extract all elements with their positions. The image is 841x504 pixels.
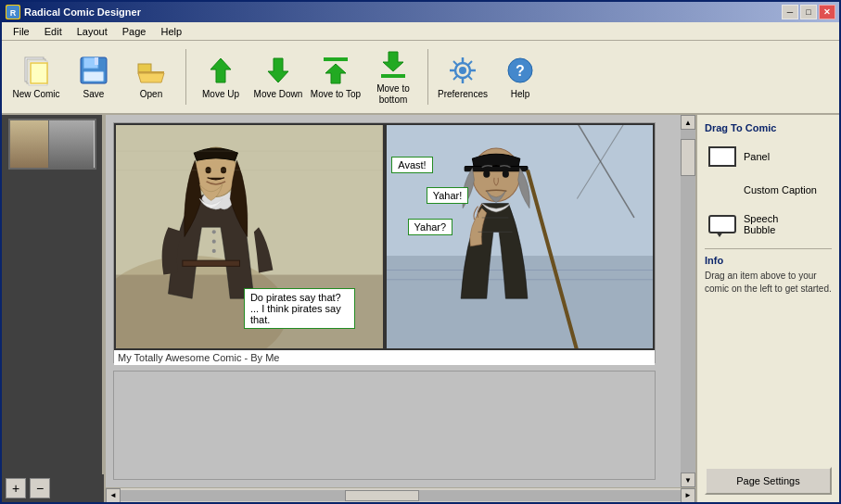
window-controls: ─ □ ✕ xyxy=(782,5,835,19)
toolbar-sep-1 xyxy=(185,49,186,105)
panel-drag-label: Panel xyxy=(744,151,770,162)
scroll-track-vertical[interactable] xyxy=(681,130,695,472)
scroll-right-button[interactable]: ► xyxy=(681,488,695,503)
move-up-label: Move Up xyxy=(202,89,239,100)
canvas-inner[interactable]: Avast! Yahar! Yahar? xyxy=(106,115,681,487)
info-text: Drag an item above to your comic on the … xyxy=(705,270,832,296)
move-up-icon xyxy=(204,54,237,87)
app-window: R Radical Comic Designer ─ □ ✕ File Edit… xyxy=(0,0,841,504)
drag-section-title: Drag To Comic xyxy=(705,122,832,133)
svg-point-20 xyxy=(459,67,466,74)
caption-drag-icon xyxy=(708,183,736,196)
drag-item-caption[interactable]: Custom Caption xyxy=(705,180,832,200)
open-icon xyxy=(134,54,168,87)
toolbar: New Comic Save xyxy=(2,41,839,115)
move-to-top-button[interactable]: Move to Top xyxy=(309,44,363,109)
menu-file[interactable]: File xyxy=(6,24,37,39)
open-label: Open xyxy=(140,89,162,100)
scroll-left-button[interactable]: ◄ xyxy=(106,488,121,503)
comic-panels-row: Avast! Yahar! Yahar? xyxy=(114,123,655,350)
speech-bubble-drag-label: SpeechBubble xyxy=(744,213,778,235)
sidebar-controls: + − xyxy=(2,474,104,502)
svg-rect-40 xyxy=(183,260,240,266)
svg-rect-50 xyxy=(465,167,528,171)
svg-line-26 xyxy=(468,76,472,80)
scroll-up-button[interactable]: ▲ xyxy=(681,115,695,130)
close-button[interactable]: ✕ xyxy=(819,5,835,19)
svg-text:R: R xyxy=(10,8,17,18)
drag-item-panel[interactable]: Panel xyxy=(705,143,832,170)
svg-marker-16 xyxy=(325,64,346,83)
new-comic-label: New Comic xyxy=(12,89,59,100)
canvas-wrapper: Avast! Yahar! Yahar? xyxy=(106,115,695,502)
move-up-button[interactable]: Move Up xyxy=(194,44,248,109)
add-page-button[interactable]: + xyxy=(6,478,26,498)
svg-marker-13 xyxy=(210,58,231,82)
preferences-button[interactable]: Preferences xyxy=(436,44,490,109)
svg-rect-9 xyxy=(83,71,104,82)
main-area: + − xyxy=(2,115,839,502)
speech-bubble-2: Yahar! xyxy=(427,187,469,204)
svg-rect-12 xyxy=(138,71,164,73)
caption-bubble-4: Do pirates say that? ... I think pirates… xyxy=(244,288,355,329)
svg-rect-8 xyxy=(95,57,98,65)
svg-marker-14 xyxy=(268,58,288,82)
move-down-button[interactable]: Move Down xyxy=(251,44,305,109)
maximize-button[interactable]: □ xyxy=(800,5,817,19)
toolbar-sep-2 xyxy=(427,49,428,105)
save-button[interactable]: Save xyxy=(67,44,121,109)
page-settings-button[interactable]: Page Settings xyxy=(705,467,832,495)
preferences-label: Preferences xyxy=(438,89,488,100)
new-comic-button[interactable]: New Comic xyxy=(9,44,63,109)
menu-layout[interactable]: Layout xyxy=(70,24,115,39)
open-button[interactable]: Open xyxy=(124,44,178,109)
svg-point-52 xyxy=(502,170,508,178)
right-panel: Drag To Comic Panel Custom Caption Speec… xyxy=(695,115,839,502)
help-button[interactable]: ? Help xyxy=(493,44,547,109)
comic-page-1: Avast! Yahar! Yahar? xyxy=(113,122,656,363)
new-comic-icon xyxy=(19,54,53,87)
info-title: Info xyxy=(705,255,832,266)
menu-edit[interactable]: Edit xyxy=(37,24,70,39)
menu-page[interactable]: Page xyxy=(115,24,154,39)
move-to-bottom-icon xyxy=(376,48,410,82)
move-down-icon xyxy=(261,54,295,87)
save-icon xyxy=(77,54,110,87)
preferences-icon xyxy=(446,54,479,87)
canvas-scroll-area: Avast! Yahar! Yahar? xyxy=(106,115,695,487)
help-icon: ? xyxy=(503,54,537,87)
svg-point-39 xyxy=(212,249,216,253)
minimize-button[interactable]: ─ xyxy=(782,5,798,19)
info-section: Info Drag an item above to your comic on… xyxy=(705,248,832,296)
horizontal-scrollbar: ◄ ► xyxy=(106,487,695,502)
move-to-bottom-label: Move to bottom xyxy=(367,83,419,106)
svg-point-38 xyxy=(212,240,216,244)
page-thumbnail-strip xyxy=(2,115,104,474)
vertical-scrollbar: ▲ ▼ xyxy=(681,115,695,487)
scroll-thumb-vertical[interactable] xyxy=(681,139,695,176)
window-title: Radical Comic Designer xyxy=(24,6,782,18)
speech-bubble-1: Avast! xyxy=(391,157,432,173)
help-label: Help xyxy=(511,89,530,100)
scroll-down-button[interactable]: ▼ xyxy=(681,472,695,487)
comic-page-2-blank xyxy=(113,371,656,480)
speech-bubble-drag-icon xyxy=(708,215,736,233)
menu-help[interactable]: Help xyxy=(153,24,189,39)
drag-item-speech-bubble[interactable]: SpeechBubble xyxy=(705,209,832,239)
move-to-bottom-button[interactable]: Move to bottom xyxy=(366,44,420,109)
app-icon: R xyxy=(6,5,20,19)
page-thumb-1[interactable] xyxy=(8,119,96,170)
move-down-label: Move Down xyxy=(254,89,303,100)
speech-bubble-3: Yahar? xyxy=(408,219,453,235)
scroll-thumb-horizontal[interactable] xyxy=(345,490,419,501)
scroll-track-horizontal[interactable] xyxy=(121,490,681,501)
menu-bar: File Edit Layout Page Help xyxy=(2,22,839,41)
svg-marker-18 xyxy=(383,52,403,71)
svg-line-27 xyxy=(468,61,472,65)
svg-rect-17 xyxy=(381,74,405,78)
svg-rect-5 xyxy=(31,63,47,83)
comic-panel-right[interactable]: Avast! Yahar! Yahar? xyxy=(385,123,656,350)
svg-text:?: ? xyxy=(516,63,525,79)
move-to-top-label: Move to Top xyxy=(311,89,361,100)
remove-page-button[interactable]: − xyxy=(30,478,50,498)
